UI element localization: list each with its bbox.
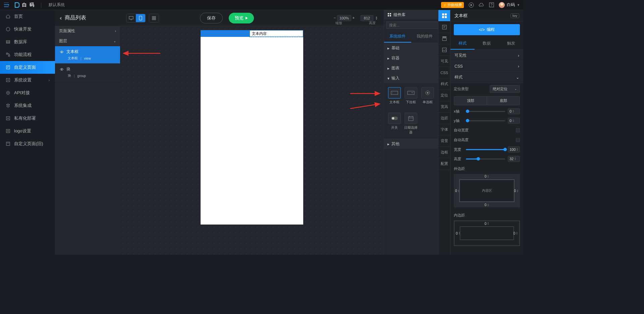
zoom-value[interactable]: 100% [337,15,351,21]
mtab-image-icon[interactable] [438,44,450,56]
caret-right-icon: ▸ [387,46,389,51]
code-button[interactable]: </>编程 [454,24,520,35]
sidebar-item-integration[interactable]: 系统集成 [0,99,55,112]
sidebar-item-private[interactable]: 私有化部署 [0,112,55,125]
caret-down-icon: ▾ [387,76,389,81]
svg-point-33 [427,92,429,94]
mtab-visible[interactable]: 可见 [438,56,450,67]
layer-item-block[interactable]: 块 块|group [55,64,120,81]
acc-other[interactable]: ▸其他 [384,139,438,149]
back-icon[interactable]: ‹‹ [60,15,61,21]
height-slider[interactable] [466,159,505,160]
layers-accordion[interactable]: 图层⌄ [55,36,120,46]
mtab-margin[interactable]: 边距 [438,113,450,124]
menu-icon[interactable] [3,2,10,8]
comp-datepicker[interactable]: 日期选择器 [403,111,420,136]
y-slider[interactable] [466,120,505,121]
mtab-style[interactable]: 样式 [438,78,450,90]
height-input[interactable]: 32▲▼ [508,156,520,162]
mtab-components[interactable] [438,10,450,21]
position-type-select[interactable]: 绝对定位⌄ [490,85,520,93]
cloud-icon[interactable] [479,2,484,8]
mtab-size[interactable]: 宽高 [438,101,450,113]
mtab-text-icon[interactable] [438,21,450,33]
padding-right-input[interactable]: 0▲▼ [513,232,518,235]
comp-dropdown[interactable]: 下拉框 [403,86,420,106]
tab-my-components[interactable]: 我的组件 [411,31,438,43]
margin-left-input[interactable]: 0▲▼ [455,189,460,193]
zoom-in-button[interactable]: + [351,16,356,20]
mtab-border[interactable]: 边框 [438,147,450,158]
row-height: 高度 32▲▼ [450,154,523,164]
padding-left-input[interactable]: 0▲▼ [456,232,461,235]
acc-chart[interactable]: ▸图表 [384,63,438,73]
anchor-bottom-button[interactable]: 底部 [487,96,520,105]
anchor-top-button[interactable]: 顶部 [454,96,487,105]
sidebar-item-database[interactable]: 数据库 [0,36,55,48]
auto-height-toggle[interactable] [516,138,520,142]
logo[interactable]: 白 码 [14,2,35,8]
system-name[interactable]: 默认系统 [47,2,65,8]
canvas[interactable] [120,26,384,255]
mtab-position[interactable]: 定位 [438,90,450,101]
layer-item-textbox[interactable]: 文本框 文本框|view [55,46,120,64]
acc-input[interactable]: ▾输入 [384,73,438,83]
center-area: 保存 预览 −100%+ 812 ▲▼ 缩放 高度 [120,10,384,255]
acc-visibility[interactable]: 可见性› [450,50,523,61]
width-input[interactable]: 100▲▼ [508,146,520,152]
component-search-input[interactable] [386,21,438,29]
acc-basic[interactable]: ▸基础 [384,43,438,53]
height-value[interactable]: 812 [361,15,373,21]
help-icon[interactable]: ? [489,2,494,8]
mtab-config[interactable]: 配置 [438,158,450,170]
auto-width-toggle[interactable] [516,128,520,132]
comp-textbox[interactable]: 文本框 [386,86,403,106]
visibility-icon[interactable] [60,67,64,71]
mtab-font[interactable]: 字体 [438,124,450,135]
mtab-layout-icon[interactable] [438,33,450,44]
width-slider[interactable] [466,149,505,150]
padding-box-editor[interactable]: 0▲▼ 0▲▼ 0▲▼ [454,221,520,246]
acc-container[interactable]: ▸容器 [384,53,438,63]
x-input[interactable]: 0▲▼ [508,108,520,114]
x-slider[interactable] [466,111,505,112]
margin-box-editor[interactable]: 0▲▼ 0▲▼ 0▲▼ 0▲▼ 内容区 [454,174,520,207]
ptab-style[interactable]: 样式 [450,38,475,50]
visibility-icon[interactable] [60,50,64,54]
key-button[interactable]: key [511,13,519,18]
comp-radio[interactable]: 单选框 [419,86,436,106]
padding-top-input[interactable]: 0▲▼ [485,222,489,226]
svg-point-35 [392,117,394,120]
mtab-css[interactable]: CSS [438,67,450,78]
sidebar-item-logo[interactable]: logo设置 [0,125,55,137]
height-spinner[interactable]: ▲▼ [375,16,378,20]
y-input[interactable]: 0▲▼ [508,118,520,124]
user-menu[interactable]: 白码 ▼ [499,2,520,8]
sidebar-item-custompage[interactable]: 自定义页面 [0,61,55,74]
ptab-data[interactable]: 数据 [475,38,499,50]
margin-top-input[interactable]: 0▲▼ [485,175,489,178]
sidebar-item-custompage-old[interactable]: 自定义页面(旧) [0,137,55,150]
tab-system-components[interactable]: 系统组件 [384,31,411,43]
margin-right-input[interactable]: 0▲▼ [514,189,519,193]
ptab-trigger[interactable]: 触发 [499,38,523,50]
selected-textbox[interactable] [250,30,303,37]
chevron-right-icon: › [518,64,519,69]
row-y: y轴 0▲▼ [450,116,523,125]
margin-bottom-input[interactable]: 0▲▼ [485,203,489,207]
play-circle-icon[interactable] [469,2,474,8]
textbox-input[interactable] [250,30,303,37]
page-attr-accordion[interactable]: 页面属性› [55,26,120,36]
sidebar-item-workflow[interactable]: 功能流程 [0,48,55,61]
sidebar-item-settings[interactable]: 系统设置› [0,74,55,86]
comp-switch[interactable]: 开关 [386,111,403,136]
zoom-out-button[interactable]: − [332,16,337,20]
upgrade-badge[interactable]: ⚡ 升级/续费 [441,2,464,8]
sidebar-item-api[interactable]: API对接 [0,86,55,99]
mtab-background[interactable]: 背景 [438,135,450,147]
sidebar-item-quickdev[interactable]: 快速开发 [0,23,55,36]
user-name: 白码 [507,2,515,8]
acc-style[interactable]: 样式⌄ [450,72,523,83]
acc-css[interactable]: CSS› [450,61,523,72]
sidebar-item-home[interactable]: 首页 [0,10,55,23]
